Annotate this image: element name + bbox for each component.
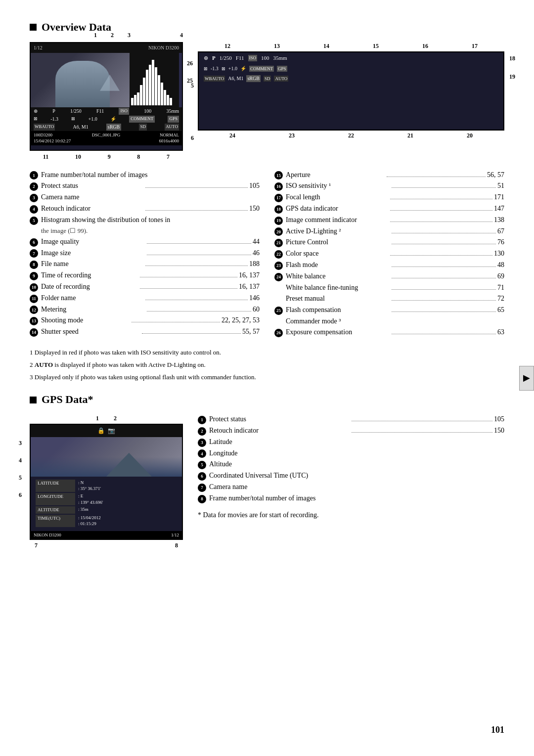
dr-ev2: +1.0 [228,65,237,72]
info-row-19: 19 Image comment indicator 138 [274,215,504,225]
gps-badge-2: 2 [198,427,206,436]
dr-iso-badge: ISO [248,55,258,61]
badge-26: 26 [274,329,283,337]
callout-8: 8 [137,153,140,161]
gps-callout-7: 7 [35,541,38,550]
gps-page-1: 105 [494,414,504,424]
dots-19 [390,222,493,222]
gps-info-row-5: 5 Altitude [198,459,504,469]
info-row-22: 22 Color space 130 [274,249,504,259]
gps-side-callouts: 3 4 5 6 [19,439,22,499]
page-17: 171 [494,192,504,202]
lcd-bottom-row1: 100D3200 DSC_0001.JPG NORMAL [34,132,179,138]
footnote-1: 1 Displayed in red if photo was taken wi… [30,348,504,358]
info-row-25: 25 Flash compensation 65 [274,305,504,315]
gps-frame-count: 1/12 [171,532,179,538]
dots-24 [392,278,496,278]
label-18: GPS data indicator [286,204,389,214]
page-21: 76 [497,237,504,247]
dr-ev2-icon: ⊠ [222,66,225,72]
dots-10 [140,288,237,289]
info-row-12: 12 Metering 60 [30,305,260,314]
dots-16 [392,187,496,188]
dr-iso: 100 [261,54,269,62]
hist-bar [155,67,157,105]
info-columns: 1 Frame number/total number of images 2 … [30,170,504,339]
gps-callout-3: 3 [19,439,22,447]
side-tab[interactable]: ▶ [519,366,534,391]
hist-bar [143,78,145,105]
top-callouts: 1 2 3 [94,31,131,40]
page-11: 146 [249,293,260,303]
dots-8 [145,266,248,266]
page-19: 138 [494,215,504,225]
gps-callout-4: 4 [19,456,22,465]
page-4: 150 [249,204,260,214]
lcd-ev-val2: +1.0 [89,116,97,123]
gps-lat-val: : N: 35° 36.371' [75,480,101,492]
badge-24: 24 [274,273,283,281]
gps-longitude-row: LONGITUDE : E: 139° 43.696' [36,493,177,505]
badge-7: 7 [30,249,38,258]
dots-13 [132,322,221,322]
info-row-8: 8 File name 188 [30,259,260,269]
gps-photo [31,437,182,477]
info-row-26: 26 Exposure compensation 63 [274,327,504,337]
dots-18 [390,210,493,211]
page-24c: 72 [497,294,504,304]
label-12: Metering [41,305,145,314]
label-13: Shooting mode [41,315,130,325]
dr-srgb: sRGB [246,75,260,82]
dots-23 [392,267,496,267]
gps-info-row-3: 3 Latitude [198,437,504,447]
label-16: ISO sensitivity ¹ [286,181,390,191]
dr-ev1-icon: ⊠ [204,66,208,72]
dots-11 [145,300,248,300]
info-row-4: 4 Retouch indicator 150 [30,204,260,214]
badge-4: 4 [30,205,38,214]
info-row-16: 16 ISO sensitivity ¹ 51 [274,181,504,191]
gps-top-callouts: 1 2 [30,414,183,423]
gps-footnote: * Data for movies are for start of recor… [198,510,504,520]
label-14: Shutter speed [41,327,140,337]
gps-badge-8: 8 [198,495,206,503]
lcd-size: 6016x4000 [159,138,179,144]
gps-badge-5: 5 [198,461,206,469]
lcd-bottom: 100D3200 DSC_0001.JPG NORMAL 15/04/2012 … [31,131,182,145]
gps-info-row-2: 2 Retouch indicator 150 [198,426,504,436]
gps-callout-6: 6 [19,491,22,499]
num-17: 17 [472,42,478,50]
dr-adl: AUTO [274,76,288,82]
lcd-focal: 35mm [166,108,179,115]
badge-11: 11 [30,295,38,303]
bottom-callouts: 11 10 9 8 7 [30,151,183,161]
hist-bar [167,95,169,105]
dr-meter: ⊕ [204,54,208,62]
gps-label-4: Longitude [209,448,504,458]
lcd-shutter: 1/250 [70,108,82,115]
dr-wb-val: A6, M1 [228,75,243,82]
num-22: 22 [348,132,354,140]
gps-label-7: Camera name [209,482,504,492]
label-21: Picture Control [286,237,390,247]
dots-21 [392,244,496,244]
badge-9: 9 [30,272,38,280]
lcd-iso-val: 100 [144,108,151,115]
callout-9: 9 [108,153,111,161]
num-16: 16 [422,42,428,50]
lcd-bottom-row2: 15/04/2012 10:02:27 6016x4000 [34,138,179,144]
info-row-18: 18 GPS data indicator 147 [274,204,504,214]
lcd-data-row3: WBAUTO A6, M1 sRGB SD AUTO [31,123,182,131]
lcd-quality: NORMAL [160,132,179,138]
page-13: 22, 25, 27, 53 [222,315,260,325]
page-24b: 71 [497,283,504,293]
lcd-sd: SD [139,124,147,131]
num-23: 23 [289,132,295,140]
dots-17 [390,199,493,199]
diagram-bottom-nums: 24 23 22 21 20 [198,131,504,141]
label-24c: Preset manual [286,294,390,304]
gps-info-row-4: 4 Longitude [198,448,504,458]
lcd-mode: P [52,108,55,115]
hist-bar [158,75,160,105]
page-25: 65 [497,305,504,315]
